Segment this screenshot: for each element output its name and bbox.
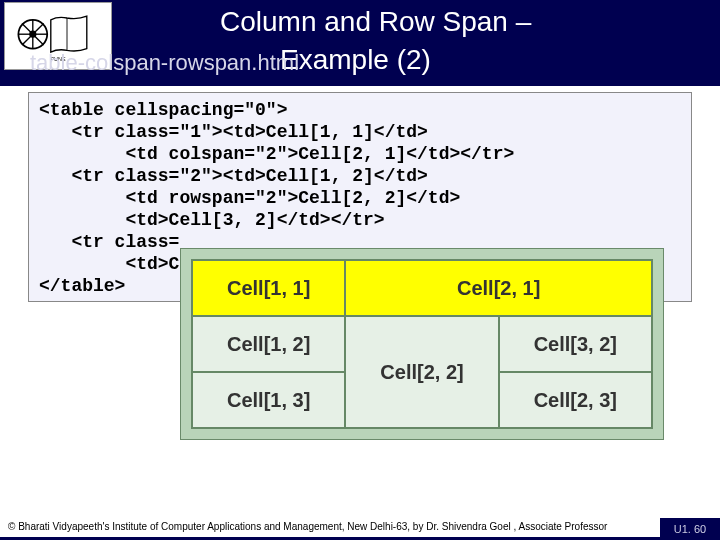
code-line: <table cellspacing="0"> [39, 100, 287, 120]
svg-line-8 [22, 34, 33, 45]
table-row: Cell[1, 2] Cell[2, 2] Cell[3, 2] [192, 316, 652, 372]
cell-2-1: Cell[2, 1] [345, 260, 652, 316]
slide-number: U1. 60 [660, 518, 720, 540]
code-line: <td rowspan="2">Cell[2, 2]</td> [39, 188, 460, 208]
cell-2-2: Cell[2, 2] [345, 316, 498, 428]
code-line: <tr class="2"><td>Cell[1, 2]</td> [39, 166, 428, 186]
code-line: <tr class= [39, 232, 179, 252]
rendered-table-preview: Cell[1, 1] Cell[2, 1] Cell[1, 2] Cell[2,… [180, 248, 664, 440]
cell-1-1: Cell[1, 1] [192, 260, 345, 316]
example-filename: table-colspan-rowspan.html [30, 50, 299, 76]
cell-3-2: Cell[3, 2] [499, 316, 652, 372]
code-line: <td colspan="2">Cell[2, 1]</td></tr> [39, 144, 514, 164]
slide-title-line2: Example (2) [280, 44, 431, 76]
code-line: <td>C [39, 254, 179, 274]
svg-line-9 [33, 34, 44, 45]
code-line: <td>Cell[3, 2]</td></tr> [39, 210, 385, 230]
svg-line-6 [22, 23, 33, 34]
table-row: Cell[1, 1] Cell[2, 1] [192, 260, 652, 316]
header-bar: PUNE Column and Row Span – Example (2) t… [0, 0, 720, 86]
slide-title-line1: Column and Row Span – [220, 6, 531, 38]
code-line: <tr class="1"><td>Cell[1, 1]</td> [39, 122, 428, 142]
cell-2-3: Cell[2, 3] [499, 372, 652, 428]
footer-copyright: © Bharati Vidyapeeth's Institute of Comp… [8, 521, 607, 532]
code-line: </table> [39, 276, 125, 296]
demo-table: Cell[1, 1] Cell[2, 1] Cell[1, 2] Cell[2,… [191, 259, 653, 429]
cell-1-2: Cell[1, 2] [192, 316, 345, 372]
svg-line-7 [33, 23, 44, 34]
cell-1-3: Cell[1, 3] [192, 372, 345, 428]
